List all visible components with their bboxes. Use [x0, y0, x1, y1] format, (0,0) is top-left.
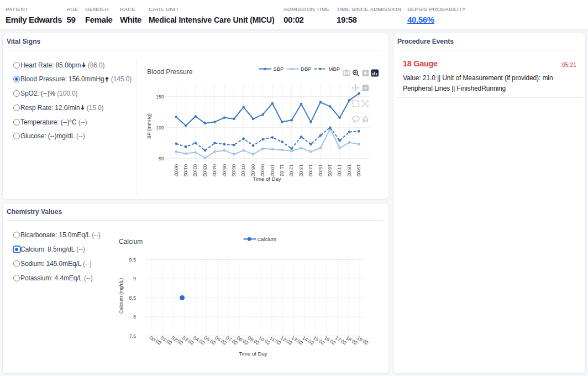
svg-text:00:02: 00:02: [174, 164, 179, 177]
svg-text:19:02: 19:02: [356, 164, 361, 177]
svg-text:14:02: 14:02: [308, 164, 313, 177]
svg-text:15:02: 15:02: [318, 164, 323, 177]
svg-text:06:02: 06:02: [231, 164, 237, 177]
svg-text:10:02: 10:02: [258, 335, 271, 346]
svg-text:04:02: 04:02: [212, 164, 217, 177]
svg-text:05:02: 05:02: [203, 335, 217, 346]
svg-text:05:02: 05:02: [222, 164, 227, 177]
svg-text:03:02: 03:02: [181, 335, 195, 346]
svg-text:100: 100: [156, 125, 164, 130]
svg-text:Calcium: Calcium: [258, 236, 276, 242]
svg-text:12:02: 12:02: [288, 164, 294, 177]
svg-text:17:02: 17:02: [334, 335, 348, 346]
svg-text:00:02: 00:02: [149, 335, 162, 346]
svg-text:150: 150: [156, 94, 164, 100]
svg-text:Calcium: Calcium: [119, 238, 143, 246]
svg-text:09:02: 09:02: [260, 164, 265, 177]
svg-text:8.5: 8.5: [129, 295, 136, 301]
svg-text:9.5: 9.5: [129, 257, 136, 263]
svg-text:15:02: 15:02: [312, 335, 326, 346]
svg-text:11:02: 11:02: [269, 335, 282, 346]
svg-text:16:02: 16:02: [327, 164, 333, 177]
svg-text:04:02: 04:02: [192, 335, 206, 346]
svg-text:01:02: 01:02: [160, 335, 174, 346]
svg-text:10:02: 10:02: [270, 164, 275, 177]
svg-text:DBP: DBP: [301, 66, 312, 72]
svg-text:8: 8: [133, 314, 136, 320]
svg-text:19:02: 19:02: [356, 335, 370, 346]
svg-text:BP (mmHg): BP (mmHg): [146, 113, 152, 139]
svg-text:12:02: 12:02: [280, 335, 293, 346]
svg-text:02:02: 02:02: [170, 335, 184, 346]
svg-text:7.5: 7.5: [129, 333, 136, 339]
svg-text:02:02: 02:02: [192, 164, 198, 177]
svg-text:08:02: 08:02: [236, 335, 250, 346]
svg-text:50: 50: [159, 156, 164, 161]
svg-text:17:02: 17:02: [337, 164, 342, 177]
svg-text:13:02: 13:02: [290, 335, 304, 346]
svg-text:07:02: 07:02: [225, 335, 239, 346]
svg-text:13:02: 13:02: [298, 164, 304, 177]
svg-text:06:02: 06:02: [214, 335, 228, 346]
svg-text:Time of Day: Time of Day: [239, 351, 267, 357]
svg-text:03:02: 03:02: [202, 164, 208, 177]
svg-text:09:02: 09:02: [247, 335, 261, 346]
svg-text:08:02: 08:02: [250, 164, 256, 177]
svg-text:14:02: 14:02: [301, 335, 315, 346]
svg-text:16:02: 16:02: [323, 335, 337, 346]
svg-text:01:02: 01:02: [183, 164, 188, 177]
svg-text:SBP: SBP: [273, 66, 284, 72]
svg-text:Calcium (mg/dL): Calcium (mg/dL): [118, 278, 124, 314]
svg-text:Time of Day: Time of Day: [253, 176, 281, 182]
svg-text:Blood Pressure: Blood Pressure: [147, 68, 192, 76]
svg-text:18:02: 18:02: [347, 164, 352, 177]
svg-text:18:02: 18:02: [345, 335, 359, 346]
svg-text:9: 9: [133, 276, 136, 281]
svg-text:07:02: 07:02: [240, 164, 246, 177]
svg-text:11:02: 11:02: [279, 164, 285, 176]
svg-text:MBP: MBP: [329, 66, 340, 72]
